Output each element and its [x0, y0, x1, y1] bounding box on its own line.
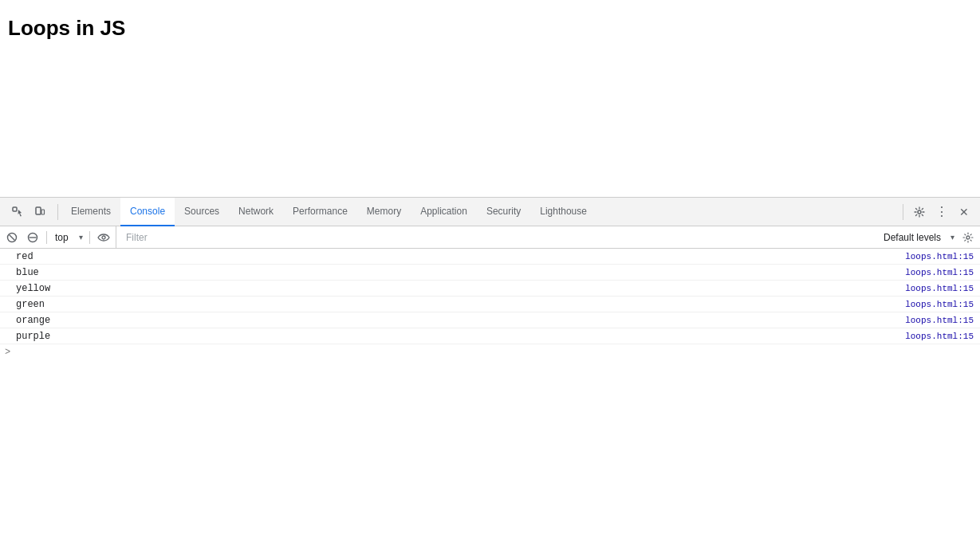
inspect-element-button[interactable]	[8, 202, 27, 222]
tab-memory[interactable]: Memory	[357, 198, 411, 226]
tab-actions-divider	[903, 204, 903, 220]
tab-network[interactable]: Network	[229, 198, 283, 226]
tab-security[interactable]: Security	[477, 198, 530, 226]
tab-elements[interactable]: Elements	[61, 198, 120, 226]
console-line-1: blue loops.html:15	[0, 265, 980, 281]
page-title: Loops in JS	[8, 16, 972, 41]
filter-input[interactable]	[123, 230, 874, 245]
levels-select-input[interactable]: Default levels	[880, 230, 956, 245]
console-source-1[interactable]: loops.html:15	[905, 268, 980, 277]
console-source-5[interactable]: loops.html:15	[905, 332, 980, 341]
clear-console-button[interactable]	[3, 229, 21, 246]
console-line-3: green loops.html:15	[0, 297, 980, 312]
svg-rect-2	[41, 210, 45, 214]
console-toolbar: top ▾ Default levels ▾	[0, 226, 980, 249]
tab-console[interactable]: Console	[120, 198, 175, 226]
tab-performance[interactable]: Performance	[283, 198, 357, 226]
console-line-0: red loops.html:15	[0, 249, 980, 265]
console-line-4: orange loops.html:15	[0, 312, 980, 328]
console-prompt-line[interactable]: >	[0, 344, 980, 360]
console-line-2: yellow loops.html:15	[0, 281, 980, 297]
console-source-0[interactable]: loops.html:15	[905, 252, 980, 261]
tab-sources[interactable]: Sources	[175, 198, 229, 226]
console-settings-button[interactable]	[959, 229, 977, 246]
context-selector[interactable]: top ▾	[52, 230, 85, 245]
console-value-5: purple	[0, 331, 905, 342]
tab-bar-actions: ⋮ ✕	[899, 202, 977, 222]
toolbar-divider-2	[89, 231, 90, 244]
tab-icon-divider	[57, 204, 58, 220]
context-select-input[interactable]: top	[52, 230, 85, 245]
svg-point-3	[918, 210, 921, 214]
svg-point-9	[966, 236, 970, 239]
tab-lighthouse[interactable]: Lighthouse	[530, 198, 596, 226]
console-value-1: blue	[0, 267, 905, 278]
close-devtools-button[interactable]: ✕	[954, 202, 974, 222]
console-value-0: red	[0, 251, 905, 262]
svg-rect-0	[13, 207, 17, 211]
devtools-icon-buttons	[3, 202, 54, 222]
prompt-icon: >	[5, 347, 10, 358]
tab-application[interactable]: Application	[411, 198, 477, 226]
console-source-3[interactable]: loops.html:15	[905, 300, 980, 309]
toolbar-divider-1	[46, 231, 47, 244]
ban-button[interactable]	[24, 229, 41, 246]
more-button[interactable]: ⋮	[932, 202, 951, 222]
eye-button[interactable]	[95, 229, 112, 246]
console-line-5: purple loops.html:15	[0, 328, 980, 344]
console-source-4[interactable]: loops.html:15	[905, 316, 980, 325]
devtools-panel: Elements Console Sources Network Perform…	[0, 197, 980, 550]
console-source-2[interactable]: loops.html:15	[905, 284, 980, 293]
filter-area: Default levels ▾	[116, 226, 956, 248]
console-value-2: yellow	[0, 283, 905, 294]
console-value-4: orange	[0, 315, 905, 326]
console-output: red loops.html:15 blue loops.html:15 yel…	[0, 249, 980, 550]
svg-point-8	[102, 236, 105, 239]
settings-button[interactable]	[910, 202, 929, 222]
svg-line-5	[10, 234, 15, 240]
page-content: Loops in JS	[0, 0, 980, 197]
device-toggle-button[interactable]	[30, 202, 49, 222]
svg-rect-1	[36, 207, 41, 214]
devtools-tab-bar: Elements Console Sources Network Perform…	[0, 198, 980, 226]
levels-selector[interactable]: Default levels ▾	[880, 230, 956, 245]
console-value-3: green	[0, 299, 905, 310]
